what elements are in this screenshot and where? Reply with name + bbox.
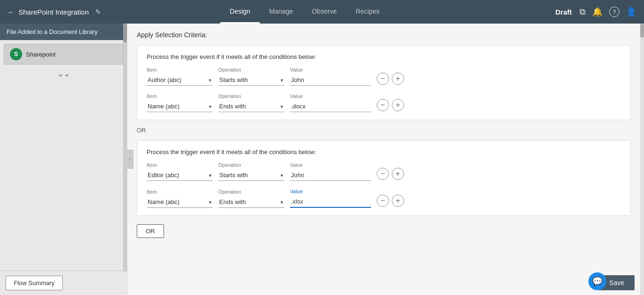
or-button[interactable]: OR [137,224,164,238]
item-label-1-1: Item [147,67,213,73]
value-label-2-1: Value [290,162,371,168]
item-field-1-2: Item Name (abc) [147,93,213,112]
remove-condition-1-1[interactable]: − [377,73,389,85]
operation-select-1-2[interactable]: Ends with [218,101,284,112]
operation-field-1-2: Operation Ends with [218,93,284,112]
notification-icon[interactable]: 🔔 [592,7,603,17]
condition-row-2-1: Item Editor (abc) Operation Starts with [147,162,621,181]
operation-label-1-1: Operation [218,67,284,73]
remove-condition-2-2[interactable]: − [377,195,389,207]
operation-select-wrapper-1-1: Starts with [218,74,284,86]
value-field-2-2: Value [290,188,371,208]
chat-fab-button[interactable]: 💬 [588,272,606,290]
value-label-2-2-active: Value [290,188,371,194]
item-select-2-2[interactable]: Name (abc) [147,197,213,208]
value-input-2-2[interactable] [290,196,371,208]
value-input-1-2[interactable] [290,101,371,112]
value-field-2-1: Value [290,162,371,181]
step-label: Sharepoint [26,51,56,58]
item-label-2-1: Item [147,162,213,168]
nav-observe[interactable]: Observe [302,0,346,24]
right-scrollbar[interactable] [640,24,644,295]
header-icon-group: ⧉ 🔔 ? 👤 [579,7,636,17]
condition-row-1-2: Item Name (abc) Operation Ends with [147,93,621,112]
condition-actions-1-2: − + [377,99,404,112]
operation-label-1-2: Operation [218,93,284,99]
nav-design[interactable]: Design [220,0,260,24]
condition-block-1: Process the trigger event if it meets al… [137,45,631,120]
nav-manage[interactable]: Manage [260,0,303,24]
step-avatar: S [10,48,22,60]
item-select-wrapper-2-1: Editor (abc) [147,170,213,181]
remove-condition-1-2[interactable]: − [377,99,389,111]
item-field-1-1: Item Author (abc) [147,67,213,86]
condition-block-2-title: Process the trigger event if it meets al… [147,148,621,156]
sidebar: File Added to a Document Library S Share… [0,24,127,295]
value-field-1-1: Value [290,67,371,86]
help-icon[interactable]: ? [609,7,619,17]
operation-select-1-1[interactable]: Starts with [218,74,284,86]
edit-icon[interactable]: ✎ [95,8,101,16]
item-select-wrapper-2-2: Name (abc) [147,197,213,208]
operation-field-2-2: Operation Ends with [218,189,284,208]
condition-actions-2-2: − + [377,195,404,208]
operation-select-wrapper-2-1: Starts with [218,170,284,181]
user-avatar-icon[interactable]: 👤 [626,7,636,17]
add-condition-2-1[interactable]: + [392,168,404,180]
external-link-icon[interactable]: ⧉ [579,7,586,17]
operation-field-2-1: Operation Starts with [218,162,284,181]
item-field-2-2: Item Name (abc) [147,189,213,208]
sidebar-trigger[interactable]: File Added to a Document Library [0,24,127,40]
nav-recipes[interactable]: Recipes [346,0,389,24]
apply-selection-title: Apply Selection Criteria: [137,31,631,39]
item-label-1-2: Item [147,93,213,99]
operation-label-2-2: Operation [218,189,284,195]
sidebar-footer: Flow Summary [0,270,127,295]
add-condition-1-1[interactable]: + [392,73,404,85]
sidebar-chevron[interactable]: ⌄⌄ [0,65,127,83]
item-select-1-2[interactable]: Name (abc) [147,101,213,112]
main-nav: Design Manage Observe Recipes [54,0,555,24]
add-condition-1-2[interactable]: + [392,99,404,111]
value-label-1-2: Value [290,93,371,99]
operation-select-2-1[interactable]: Starts with [218,170,284,181]
item-field-2-1: Item Editor (abc) [147,162,213,181]
trigger-label: File Added to a Document Library [7,28,98,35]
value-input-2-1[interactable] [290,170,371,181]
back-arrow-icon: ← [8,8,15,16]
flow-summary-button[interactable]: Flow Summary [6,276,63,290]
operation-select-2-2[interactable]: Ends with [218,197,284,208]
or-separator-label: OR [137,127,631,134]
sidebar-step-sharepoint[interactable]: S Sharepoint [4,44,123,65]
remove-condition-2-1[interactable]: − [377,168,389,180]
item-select-2-1[interactable]: Editor (abc) [147,170,213,181]
operation-field-1-1: Operation Starts with [218,67,284,86]
condition-row-1-1: Item Author (abc) Operation Starts with [147,67,621,86]
condition-actions-2-1: − + [377,168,404,181]
condition-row-2-2: Item Name (abc) Operation Ends with [147,188,621,208]
item-select-wrapper-1-2: Name (abc) [147,101,213,112]
value-label-1-1: Value [290,67,371,73]
chat-icon: 💬 [592,276,603,287]
condition-block-1-title: Process the trigger event if it meets al… [147,53,621,60]
sidebar-scrollbar[interactable] [123,24,127,271]
operation-label-2-1: Operation [218,162,284,168]
right-scrollbar-thumb [640,24,644,38]
condition-block-2: Process the trigger event if it meets al… [137,140,631,216]
item-select-1-1[interactable]: Author (abc) [147,74,213,86]
sidebar-scrollbar-thumb [123,24,127,42]
operation-select-wrapper-2-2: Ends with [218,197,284,208]
operation-select-wrapper-1-2: Ends with [218,101,284,112]
main-layout: File Added to a Document Library S Share… [0,24,644,295]
value-input-1-1[interactable] [290,74,371,86]
app-header: ← SharePoint Integration ✎ Design Manage… [0,0,644,24]
condition-actions-1-1: − + [377,73,404,86]
main-content: Apply Selection Criteria: Process the tr… [127,24,640,295]
draft-status: Draft [555,8,572,16]
sidebar-scroll: File Added to a Document Library S Share… [0,24,127,270]
item-label-2-2: Item [147,189,213,195]
value-field-1-2: Value [290,93,371,112]
sidebar-collapse-button[interactable]: ‹ [127,150,133,169]
add-condition-2-2[interactable]: + [392,195,404,207]
chevron-down-icon: ⌄⌄ [58,70,70,78]
